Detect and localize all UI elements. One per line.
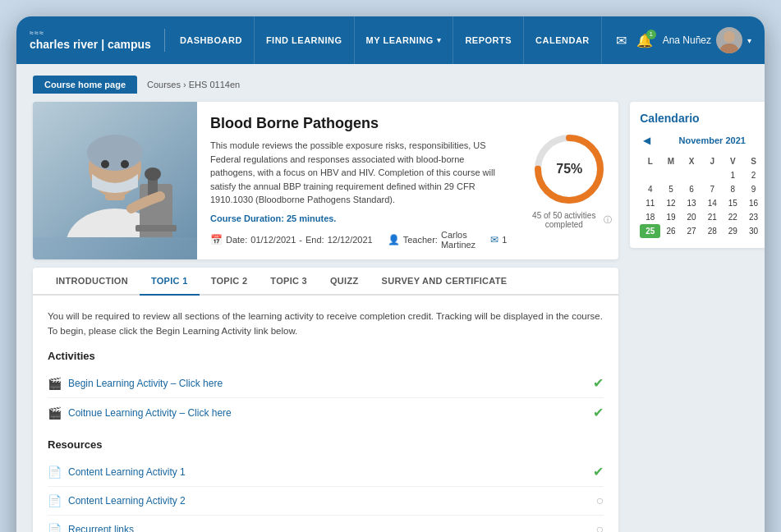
status-empty-icon: ○ (596, 493, 604, 508)
resource-item: 📄 Content Learning Activity 2 ○ (48, 487, 604, 516)
tab-introduction[interactable]: INTRODUCTION (44, 268, 140, 296)
duration-label: Course Duration: (210, 213, 284, 223)
avatar (716, 27, 742, 53)
tab-intro-text: You will be required to review all secti… (48, 309, 604, 339)
nav-find-learning[interactable]: FIND LEARNING (255, 16, 355, 64)
course-duration: Course Duration: 25 minutes. (210, 213, 507, 223)
progress-percentage: 75% (556, 162, 582, 177)
tab-survey[interactable]: SURVEY AND CERTIFICATE (370, 268, 519, 296)
activity-link-2[interactable]: Coitnue Learning Activity – Click here (68, 407, 232, 419)
breadcrumb-path: Courses › EHS 0114en (147, 80, 240, 89)
end-value: 12/12/2021 (328, 235, 373, 245)
activity-icon: 🎬 (48, 377, 62, 390)
svg-point-8 (121, 160, 129, 168)
main-left: Blood Borne Pathogens This module review… (33, 102, 618, 532)
course-image (33, 102, 197, 259)
cal-day[interactable]: 8 (723, 182, 743, 196)
tab-topic1[interactable]: TOPIC 1 (140, 268, 200, 296)
cal-day[interactable]: 26 (660, 224, 681, 238)
cal-day[interactable]: 27 (682, 224, 702, 238)
cal-day[interactable]: 4 (640, 182, 660, 196)
teacher-value: Carlos Martinez (441, 230, 475, 250)
cal-day[interactable]: 18 (640, 210, 660, 224)
svg-point-1 (720, 44, 738, 53)
notification-wrapper[interactable]: 🔔 1 (636, 33, 653, 48)
cal-day[interactable]: 30 (743, 224, 764, 238)
cal-day[interactable]: 1 (723, 168, 743, 182)
activity-item: 🎬 Coitnue Learning Activity – Click here… (48, 398, 604, 427)
resource-item: 📄 Content Learning Activity 1 ✔ (48, 457, 604, 487)
user-name: Ana Nuñez (663, 34, 711, 46)
cal-day[interactable]: 15 (723, 196, 743, 210)
tabs-container: INTRODUCTION TOPIC 1 TOPIC 2 TOPIC 3 QUI… (33, 268, 618, 533)
cal-day[interactable]: 13 (682, 196, 702, 210)
main-grid: Blood Borne Pathogens This module review… (33, 102, 748, 532)
cal-day[interactable]: 24 (764, 210, 765, 224)
cal-day[interactable]: 10 (764, 182, 765, 196)
date-value: 01/12/2021 (250, 235, 296, 245)
resource-link-1[interactable]: Content Learning Activity 1 (68, 466, 186, 478)
resource-link-3[interactable]: Recurrent links (68, 524, 134, 532)
cal-day[interactable]: 19 (660, 210, 681, 224)
progress-label: 45 of 50 activities completed ⓘ (526, 211, 612, 229)
brand-logo[interactable]: ≈≈≈ charles river | campus (30, 29, 165, 52)
cal-day[interactable]: 22 (723, 210, 743, 224)
nav-reports[interactable]: REPORTS (453, 16, 524, 64)
tabs-bar: INTRODUCTION TOPIC 1 TOPIC 2 TOPIC 3 QUI… (33, 268, 618, 296)
calendar-title: Calendario (640, 112, 765, 125)
resource-link-2[interactable]: Content Learning Activity 2 (68, 495, 186, 507)
cal-day[interactable]: 3 (764, 168, 765, 182)
tab-quizz[interactable]: QUIZZ (319, 268, 370, 296)
cal-day[interactable]: 14 (702, 196, 723, 210)
cal-day[interactable]: 11 (640, 196, 660, 210)
breadcrumb: Course home page Courses › EHS 0114en (33, 76, 748, 94)
mail-icon[interactable]: ✉ (616, 33, 627, 48)
user-menu[interactable]: Ana Nuñez ▾ (663, 27, 751, 53)
nav-right: ✉ 🔔 1 Ana Nuñez ▾ (616, 27, 751, 53)
progress-circle: 75% (532, 132, 606, 206)
status-complete-icon: ✔ (593, 375, 604, 391)
activity-item: 🎬 Begin Learning Activity – Click here ✔ (48, 369, 604, 398)
svg-point-11 (145, 167, 161, 181)
tab-topic3[interactable]: TOPIC 3 (259, 268, 319, 296)
course-home-tab[interactable]: Course home page (33, 76, 137, 94)
svg-point-6 (87, 135, 143, 171)
cal-day[interactable]: 9 (743, 182, 764, 196)
cal-day (764, 224, 765, 238)
cal-day-today[interactable]: 25 (640, 224, 660, 238)
activities-list: 🎬 Begin Learning Activity – Click here ✔… (48, 369, 604, 427)
cal-day[interactable]: 28 (702, 224, 723, 238)
message-icon: ✉ (490, 234, 498, 245)
meta-messages: ✉ 1 (490, 234, 507, 245)
cal-day[interactable]: 2 (743, 168, 764, 182)
activity-link-1[interactable]: Begin Learning Activity – Click here (68, 378, 223, 389)
cal-day[interactable]: 7 (702, 182, 723, 196)
cal-day[interactable]: 5 (660, 182, 681, 196)
teacher-icon: 👤 (388, 234, 400, 245)
cal-day-header: M (660, 154, 681, 168)
svg-point-7 (101, 160, 109, 168)
course-progress: 75% 45 of 50 activities completed ⓘ (520, 102, 618, 259)
cal-day (702, 168, 723, 182)
tab-topic2[interactable]: TOPIC 2 (200, 268, 260, 296)
cal-day[interactable]: 17 (764, 196, 765, 210)
cal-day-header: V (723, 154, 743, 168)
cal-prev-button[interactable]: ◀ (640, 133, 654, 148)
cal-day[interactable]: 23 (743, 210, 764, 224)
notification-badge: 1 (646, 30, 656, 39)
cal-day[interactable]: 29 (723, 224, 743, 238)
cal-day[interactable]: 6 (682, 182, 702, 196)
nav-calendar[interactable]: CALENDAR (524, 16, 602, 64)
file-icon: 📄 (48, 466, 62, 479)
nav-my-learning[interactable]: MY LEARNING ▾ (355, 16, 454, 64)
cal-day[interactable]: 12 (660, 196, 681, 210)
teacher-label: Teacher: (403, 235, 438, 245)
cal-day[interactable]: 21 (702, 210, 723, 224)
nav-links: DASHBOARD FIND LEARNING MY LEARNING ▾ RE… (168, 16, 616, 64)
course-description: This module reviews the possible exposur… (210, 139, 507, 207)
file-icon: 📄 (48, 494, 62, 507)
nav-dashboard[interactable]: DASHBOARD (168, 16, 255, 64)
message-count: 1 (502, 235, 507, 245)
cal-day[interactable]: 20 (682, 210, 702, 224)
cal-day[interactable]: 16 (743, 196, 764, 210)
